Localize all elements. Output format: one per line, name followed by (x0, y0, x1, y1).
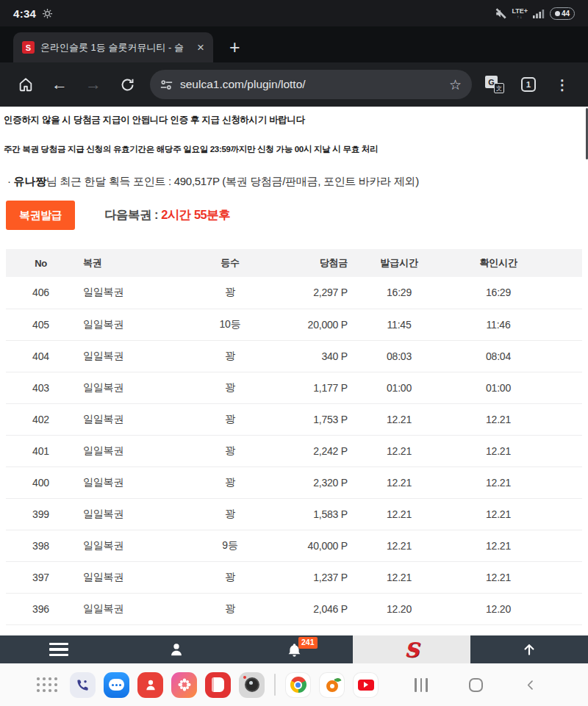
signal-strength-icon (533, 9, 545, 18)
site-notifications-button[interactable]: 241 (235, 635, 353, 663)
cell-no: 403 (6, 372, 76, 403)
battery-indicator: 44 (550, 7, 575, 20)
cell-lottery: 일일복권 (76, 593, 193, 624)
lottery-history-table: No 복권 등수 당첨금 발급시간 확인시간 406일일복권꽝2,297 P16… (6, 249, 582, 635)
issue-lottery-button[interactable]: 복권발급 (6, 201, 75, 230)
site-favicon: S (22, 41, 35, 54)
browser-menu-icon[interactable]: ⋮ (547, 69, 578, 100)
cell-issued: 11:45 (348, 309, 451, 340)
bookmark-star-icon[interactable]: ☆ (443, 76, 467, 93)
cell-rank: 꽝 (193, 403, 267, 435)
table-row: 406일일복권꽝2,297 P16:2916:29 (6, 277, 582, 309)
table-row: 402일일복권꽝1,753 P12.2112.21 (6, 403, 582, 435)
person-icon (168, 641, 184, 658)
network-type-indicator: LTE+ ↑↓ (512, 8, 528, 19)
cell-confirmed: 12.20 (451, 624, 546, 635)
username: 유나짱 (14, 175, 46, 187)
cell-confirmed: 01:00 (451, 372, 546, 403)
cell-issued: 12.21 (348, 467, 451, 498)
cell-no: 398 (6, 530, 76, 561)
hamburger-icon (49, 643, 68, 657)
back-button[interactable]: ← (44, 69, 75, 100)
cell-rank: 꽝 (193, 467, 267, 498)
site-home-logo-button[interactable]: S (353, 635, 470, 663)
home-button[interactable] (10, 69, 41, 100)
table-row: 395일일복권꽝1,982 P12.2012.20 (6, 624, 582, 635)
cell-confirmed: 12.20 (451, 593, 546, 624)
cell-lottery: 일일복권 (76, 624, 193, 635)
table-header: No 복권 등수 당첨금 발급시간 확인시간 (6, 249, 582, 277)
cell-prize: 1,177 P (267, 372, 348, 403)
system-navigation (415, 678, 537, 692)
cell-issued: 01:00 (348, 372, 451, 403)
site-profile-button[interactable] (118, 635, 235, 663)
site-bottom-nav: 241 S (0, 635, 588, 663)
cell-lottery: 일일복권 (76, 498, 193, 530)
site-logo: S (404, 638, 419, 661)
vibrate-mute-icon (495, 8, 506, 19)
col-header-confirmed: 확인시간 (451, 249, 546, 277)
issue-row: 복권발급 다음복권 : 2시간 55분후 (6, 201, 582, 230)
points-summary: · 유나짱님 최근 한달 획득 포인트 : 490,517P (복권 당첨금/판… (7, 175, 581, 189)
notification-count-badge: 241 (298, 637, 318, 649)
scroll-to-top-button[interactable] (470, 635, 588, 663)
cell-prize: 1,237 P (267, 561, 348, 593)
col-header-prize: 당첨금 (267, 249, 348, 277)
table-row: 399일일복권꽝1,583 P12.2112.21 (6, 498, 582, 530)
cell-lottery: 일일복권 (76, 403, 193, 435)
tangerine-app-icon[interactable] (319, 672, 345, 698)
cell-lottery: 일일복권 (76, 309, 193, 340)
cell-prize: 40,000 P (267, 530, 348, 561)
camera-app-icon[interactable] (239, 672, 265, 698)
cell-confirmed: 12.21 (451, 498, 546, 530)
reload-button[interactable] (112, 69, 143, 100)
site-settings-icon[interactable] (160, 79, 173, 90)
back-nav-button[interactable] (524, 678, 537, 692)
cell-rank: 꽝 (193, 372, 267, 403)
translate-button[interactable]: G 文 (479, 69, 510, 100)
browser-tab[interactable]: S 온라인슬롯 1등 슬롯커뮤니티 - 슬 × (13, 32, 213, 62)
cell-no: 395 (6, 624, 76, 635)
cell-no: 402 (6, 403, 76, 435)
table-row: 405일일복권10등20,000 P11:4511:46 (6, 309, 582, 340)
phone-app-icon[interactable] (70, 672, 96, 698)
address-bar[interactable]: seulca1.com/plugin/lotto/ ☆ (150, 70, 472, 99)
phone-screen: 4:34 LTE+ ↑↓ (0, 0, 588, 706)
tab-title: 온라인슬롯 1등 슬롯커뮤니티 - 슬 (40, 41, 190, 54)
cell-prize: 1,982 P (267, 624, 348, 635)
cell-no: 401 (6, 435, 76, 467)
cell-lottery: 일일복권 (76, 372, 193, 403)
cell-issued: 12.21 (348, 435, 451, 467)
cell-issued: 12.20 (348, 593, 451, 624)
cell-confirmed: 12.21 (451, 467, 546, 498)
messages-app-icon[interactable] (104, 672, 129, 698)
browser-tab-strip: S 온라인슬롯 1등 슬롯커뮤니티 - 슬 × + (0, 26, 588, 62)
url-text[interactable]: seulca1.com/plugin/lotto/ (180, 78, 436, 91)
site-menu-button[interactable] (0, 635, 118, 663)
table-row: 403일일복권꽝1,177 P01:0001:00 (6, 372, 582, 403)
table-row: 404일일복권꽝340 P08:0308:04 (6, 340, 582, 372)
recent-apps-button[interactable] (415, 678, 428, 692)
home-nav-button[interactable] (469, 678, 483, 692)
tab-switcher-button[interactable]: 1 (513, 69, 544, 100)
cell-issued: 12.21 (348, 530, 451, 561)
cell-confirmed: 11:46 (451, 309, 546, 340)
notes-app-icon[interactable] (205, 672, 231, 698)
cell-confirmed: 08:04 (451, 340, 546, 372)
contacts-app-icon[interactable] (137, 672, 163, 698)
col-header-no: No (6, 249, 76, 277)
app-drawer-button[interactable] (37, 677, 57, 692)
cell-issued: 12.21 (348, 403, 451, 435)
cell-prize: 2,320 P (267, 467, 348, 498)
tab-close-icon[interactable]: × (196, 40, 206, 55)
cell-rank: 꽝 (193, 340, 267, 372)
cell-issued: 08:03 (348, 340, 451, 372)
forward-button[interactable]: → (78, 69, 109, 100)
chrome-app-icon[interactable] (285, 672, 311, 698)
cell-issued: 16:29 (348, 277, 451, 309)
new-tab-button[interactable]: + (229, 38, 240, 57)
cell-lottery: 일일복권 (76, 467, 193, 498)
gallery-app-icon[interactable] (171, 672, 197, 698)
cell-no: 400 (6, 467, 76, 498)
youtube-app-icon[interactable] (353, 672, 379, 698)
